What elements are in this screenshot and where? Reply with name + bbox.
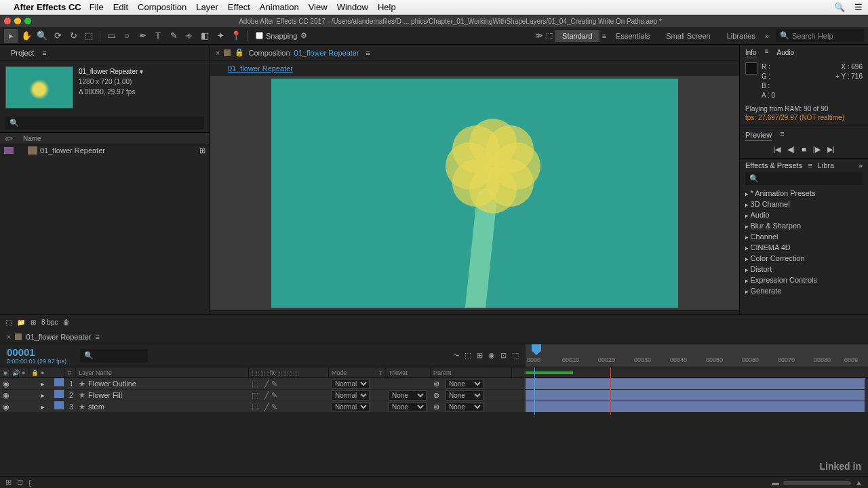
flowchart-icon[interactable]: ⊞	[199, 146, 205, 155]
effect-item[interactable]: Generate	[745, 285, 863, 296]
tag-icon[interactable]: 🏷	[5, 135, 23, 142]
comp-tab-name[interactable]: 01_flower Repeater	[294, 49, 359, 57]
col-t[interactable]: T	[376, 367, 386, 378]
cti-line[interactable]	[534, 367, 535, 415]
col-parent[interactable]: Parent	[431, 367, 512, 378]
eye-toggle[interactable]: ◉	[0, 378, 9, 389]
label-color[interactable]	[54, 378, 64, 386]
col-mode[interactable]: Mode	[329, 367, 376, 378]
zoom-slider[interactable]	[783, 481, 851, 485]
ws-more-icon[interactable]: »	[765, 32, 769, 40]
snapping-toggle[interactable]: Snapping ⚙	[256, 31, 307, 40]
layer-bar[interactable]	[526, 378, 865, 390]
libraries-tab[interactable]: Libra	[818, 161, 834, 169]
toggle-switches-icon[interactable]: ⊞	[5, 478, 12, 487]
effects-menu-icon[interactable]: ≡	[808, 161, 812, 169]
graph-icon[interactable]: ⊡	[500, 351, 507, 360]
interpret-icon[interactable]: ⬚	[5, 319, 12, 326]
col-audio[interactable]: 🔊	[9, 367, 19, 378]
close-tl-tab-icon[interactable]: ×	[7, 333, 11, 341]
effect-item[interactable]: Distort	[745, 264, 863, 274]
comp-thumbnail[interactable]	[5, 66, 73, 108]
timecode[interactable]: 00001	[7, 346, 66, 358]
project-search[interactable]: 🔍	[5, 117, 204, 129]
label-color[interactable]	[54, 401, 64, 409]
breadcrumb[interactable]: 01_flower Repeater	[228, 64, 293, 73]
trkmat-select[interactable]: None	[389, 390, 427, 401]
snapping-menu-icon[interactable]: ⚙	[300, 31, 307, 40]
last-frame-button[interactable]: ▶|	[827, 145, 835, 154]
menu-effect[interactable]: Effect	[228, 2, 250, 12]
eye-toggle[interactable]: ◉	[0, 401, 9, 412]
menu-help[interactable]: Help	[378, 2, 396, 12]
selection-tool[interactable]: ▸	[4, 29, 18, 43]
parent-pick-icon[interactable]: ⊚	[431, 390, 443, 401]
search-help[interactable]: 🔍 Search Help	[776, 29, 864, 42]
more-tabs-icon[interactable]: »	[859, 161, 863, 169]
col-switches[interactable]: ⬚⬚⬚fx⬚⬚⬚⬚	[249, 367, 329, 378]
panel-menu-icon[interactable]: ≡	[42, 49, 46, 57]
app-name[interactable]: After Effects CC	[14, 2, 81, 12]
mode-select[interactable]: Normal	[332, 390, 370, 401]
trkmat-select[interactable]: None	[389, 402, 427, 412]
ellipse-tool[interactable]: ○	[120, 29, 134, 43]
col-eye[interactable]: ◉	[0, 367, 9, 378]
rotate-tool[interactable]: ↻	[66, 29, 80, 43]
puppet-tool[interactable]: 📍	[229, 29, 243, 43]
close-button[interactable]	[4, 18, 11, 24]
preview-menu-icon[interactable]: ≡	[780, 129, 784, 141]
effect-item[interactable]: 3D Channel	[745, 199, 863, 209]
label-swatch[interactable]	[4, 147, 14, 154]
ws-small[interactable]: Small Screen	[659, 30, 717, 42]
parent-pick-icon[interactable]: ⊚	[431, 378, 443, 389]
minimize-button[interactable]	[14, 18, 21, 24]
timeline-search[interactable]: 🔍	[80, 349, 148, 363]
col-num[interactable]: #	[65, 367, 76, 378]
parent-pick-icon[interactable]: ⊚	[431, 401, 443, 412]
twirl-icon[interactable]: ▸	[38, 378, 54, 389]
brush-tool[interactable]: ✎	[167, 29, 180, 43]
project-tab[interactable]: Project	[5, 47, 39, 59]
pen-tool[interactable]: ✒	[136, 29, 149, 43]
orbit-tool[interactable]: ⟳	[51, 29, 64, 43]
menu-layer[interactable]: Layer	[196, 2, 218, 12]
col-lock[interactable]: 🔒	[28, 367, 38, 378]
effects-search[interactable]: 🔍	[745, 172, 863, 185]
frame-blend-icon[interactable]: ⊞	[477, 351, 483, 360]
layer-name[interactable]: Flower Outline	[88, 380, 136, 388]
zoom-tool[interactable]: 🔍	[35, 29, 49, 43]
info-menu-icon[interactable]: ≡	[765, 47, 769, 58]
tab-menu-icon[interactable]: ≡	[366, 49, 370, 57]
ws-menu-icon[interactable]: ≡	[602, 32, 606, 40]
audio-tab[interactable]: Audio	[777, 47, 795, 58]
col-label[interactable]: ●	[38, 367, 65, 378]
parent-select[interactable]: None	[446, 402, 484, 412]
trash-icon[interactable]: 🗑	[63, 319, 70, 326]
menu-animation[interactable]: Animation	[260, 2, 299, 12]
rect-tool[interactable]: ▭	[104, 29, 118, 43]
twirl-icon[interactable]: ▸	[38, 401, 54, 412]
roto-tool[interactable]: ✦	[214, 29, 227, 43]
parent-select[interactable]: None	[446, 390, 484, 401]
viewport[interactable]	[210, 76, 739, 310]
effect-item[interactable]: CINEMA 4D	[745, 242, 863, 253]
tl-tab-menu-icon[interactable]: ≡	[95, 333, 99, 341]
new-comp-icon[interactable]: ⊞	[31, 319, 36, 326]
mode-select[interactable]: Normal	[332, 379, 370, 389]
menu-window[interactable]: Window	[337, 2, 368, 12]
layer-name[interactable]: Flower Fill	[88, 391, 122, 399]
ws-libraries[interactable]: Libraries	[720, 30, 762, 42]
first-frame-button[interactable]: |◀	[773, 145, 781, 154]
clone-tool[interactable]: ⎆	[182, 29, 196, 43]
camera-tool[interactable]: ⬚	[82, 29, 96, 43]
toggle-modes-icon[interactable]: ⊡	[17, 478, 23, 487]
menu-composition[interactable]: Composition	[138, 2, 186, 12]
col-trkmat[interactable]: TrkMat	[386, 367, 431, 378]
col-layer[interactable]: Layer Name	[76, 367, 249, 378]
draft3d-icon[interactable]: ⬚	[465, 351, 471, 360]
eye-toggle[interactable]: ◉	[0, 390, 9, 401]
maximize-button[interactable]	[24, 18, 31, 24]
lock-icon[interactable]: 🔒	[235, 48, 244, 57]
brainstorm-icon[interactable]: ⬚	[512, 351, 519, 360]
hand-tool[interactable]: ✋	[20, 29, 33, 43]
